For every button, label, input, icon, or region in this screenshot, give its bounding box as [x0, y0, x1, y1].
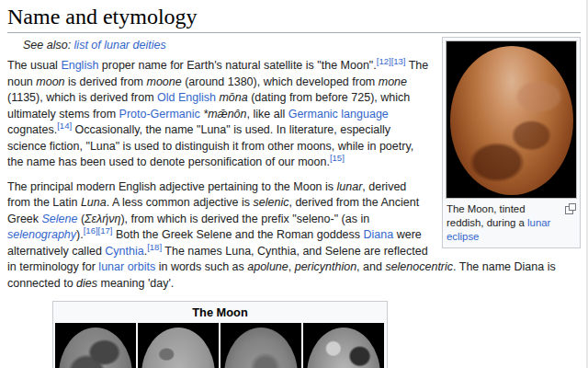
wiki-link[interactable]: English: [61, 59, 98, 72]
reference-link[interactable]: [14]: [57, 121, 72, 131]
italic-term: selenic: [254, 196, 289, 209]
south-pole-moon-graphic: [307, 328, 380, 368]
wiki-link[interactable]: lunar orbits: [98, 260, 155, 273]
body-text: meaning 'day'.: [97, 277, 174, 290]
italic-term: Luna: [81, 196, 107, 209]
gallery-tiles: Near side of the Moon Far side of the Mo…: [55, 323, 385, 368]
body-text: , and: [356, 260, 385, 273]
caption-text: The Moon, tinted reddish, during a: [447, 203, 527, 228]
wiki-link[interactable]: Proto-Germanic: [119, 108, 200, 121]
gallery-item: Lunar south pole: [303, 323, 384, 368]
italic-term: pericynthion: [295, 260, 356, 273]
wiki-link-italic[interactable]: Selene: [42, 213, 78, 225]
thumbnail-caption: The Moon, tinted reddish, during a lunar…: [446, 199, 577, 245]
reference-superscript: [18]: [147, 241, 162, 251]
reference-superscript: [17]: [98, 225, 113, 236]
wiki-link-italic[interactable]: selenography: [7, 228, 76, 241]
section-heading: Name and etymology: [7, 5, 581, 33]
reference-link[interactable]: [13]: [391, 56, 406, 66]
reference-link[interactable]: [18]: [147, 241, 162, 251]
near-side-image[interactable]: [55, 323, 136, 368]
wiki-link[interactable]: Old English: [157, 91, 216, 104]
section-heading-text: Name and etymology: [7, 5, 198, 29]
reference-link[interactable]: [16]: [84, 225, 98, 236]
italic-term: moon: [36, 75, 64, 88]
italic-term: selenocentric: [385, 260, 453, 273]
body-text: , like all: [247, 108, 288, 121]
north-pole-image[interactable]: [220, 323, 301, 368]
reference-link[interactable]: [17]: [98, 225, 113, 236]
body-text: ).: [76, 228, 84, 241]
italic-term: *mǣnôn: [203, 108, 246, 121]
body-text: The usual: [7, 59, 61, 72]
reference-superscript: [14]: [57, 121, 72, 131]
italic-term: moone: [146, 75, 181, 88]
moon-gallery: The Moon Near side of the Moon Far side …: [52, 301, 388, 368]
gallery-title: The Moon: [55, 304, 385, 323]
italic-term: lunar: [337, 180, 363, 193]
north-pole-moon-graphic: [224, 328, 298, 368]
italic-term: Σελήνη: [85, 213, 120, 225]
reference-superscript: [12]: [377, 56, 391, 66]
reference-superscript: [16]: [84, 225, 98, 236]
italic-term: dies: [76, 277, 97, 290]
body-text: The principal modern English adjective p…: [7, 180, 337, 193]
eclipse-thumbnail: The Moon, tinted reddish, during a lunar…: [442, 37, 581, 248]
enlarge-icon[interactable]: [565, 203, 576, 214]
article-section: Name and etymology The Moon, tinted redd…: [0, 0, 588, 368]
eclipse-moon-image[interactable]: [446, 40, 577, 199]
reddish-moon-graphic: [450, 46, 573, 195]
wiki-link[interactable]: Diana: [364, 228, 394, 241]
reference-link[interactable]: [12]: [377, 56, 391, 66]
body-text: . A less common adjective is: [107, 196, 254, 209]
body-text: ,: [288, 260, 295, 273]
far-side-moon-graphic: [141, 328, 215, 368]
wiki-link[interactable]: Cynthia: [105, 245, 143, 258]
reference-link[interactable]: [15]: [330, 153, 345, 163]
body-text: cognates.: [7, 123, 57, 136]
body-text: is derived from: [65, 75, 147, 88]
see-also-label: See also:: [23, 39, 74, 52]
south-pole-image[interactable]: [303, 323, 384, 368]
gallery-item: Far side of the Moon: [138, 323, 219, 368]
body-text: ), from which is derived the prefix "sel…: [120, 213, 369, 225]
body-text: (1135), which is derived from: [7, 91, 157, 104]
body-text: Both the Greek Selene and the Roman godd…: [112, 228, 363, 241]
body-text: (: [77, 213, 85, 225]
near-side-moon-graphic: [59, 328, 132, 368]
italic-term: mone: [379, 75, 407, 88]
body-text: in words such as: [155, 260, 247, 273]
wiki-link[interactable]: Germanic language: [288, 108, 389, 121]
gallery-item: Lunar north pole: [220, 323, 301, 368]
italic-term: apolune: [247, 260, 288, 273]
reference-superscript: [13]: [391, 56, 406, 66]
see-also-link[interactable]: list of lunar deities: [74, 39, 166, 52]
reference-superscript: [15]: [330, 153, 345, 163]
body-text: (around 1380), which developed from: [182, 75, 379, 88]
italic-term: mōna: [219, 91, 247, 104]
body-text: proper name for Earth's natural satellit…: [98, 59, 376, 72]
far-side-image[interactable]: [138, 323, 219, 368]
gallery-item: Near side of the Moon: [55, 323, 136, 368]
